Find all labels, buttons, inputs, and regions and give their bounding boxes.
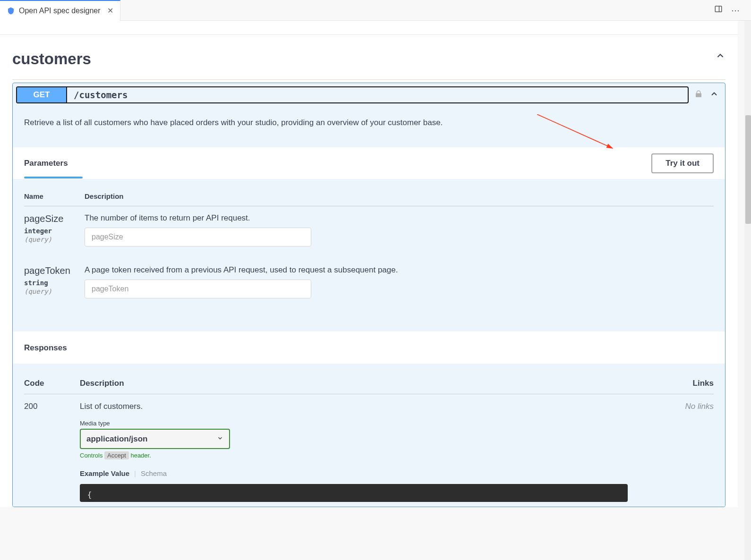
- parameter-type: integer: [24, 227, 85, 235]
- try-it-out-button[interactable]: Try it out: [651, 153, 714, 173]
- parameter-location: (query): [24, 236, 85, 243]
- operation-header-actions: [694, 89, 722, 101]
- tab-parameters[interactable]: Parameters: [24, 159, 68, 168]
- api-icon: [7, 7, 15, 15]
- http-method-badge: GET: [17, 87, 67, 102]
- page-content: customers GET /customers: [0, 21, 738, 507]
- response-example-code: { "data": [: [80, 484, 628, 502]
- split-panel-icon[interactable]: [714, 5, 723, 16]
- response-detail: List of customers. Media type applicatio…: [80, 402, 676, 502]
- parameter-location: (query): [24, 288, 85, 295]
- parameter-row: pageToken string (query) A page token re…: [24, 246, 714, 298]
- column-header-name: Name: [24, 192, 85, 200]
- editor-tab-bar: Open API spec designer ✕ ⋯: [0, 0, 751, 21]
- column-header-description: Description: [85, 192, 714, 200]
- endpoint-path: /customers: [67, 90, 134, 100]
- editor-actions: ⋯: [714, 5, 746, 16]
- parameter-meta: pageSize integer (query): [24, 213, 85, 246]
- accept-chip: Accept: [104, 451, 129, 459]
- operation-header-row: GET /customers: [13, 83, 725, 107]
- media-type-select[interactable]: application/json: [80, 429, 230, 449]
- section-title: customers: [12, 50, 91, 68]
- parameter-type: string: [24, 279, 85, 287]
- chevron-up-icon[interactable]: [709, 89, 719, 101]
- accept-note: Controls Accept header.: [80, 452, 676, 459]
- code-token-brace: {: [87, 491, 92, 499]
- lock-icon[interactable]: [694, 90, 703, 101]
- response-description: List of customers.: [80, 402, 676, 411]
- tab-parameters-label: Parameters: [24, 159, 68, 168]
- editor-tab[interactable]: Open API spec designer ✕: [0, 0, 120, 21]
- section-header[interactable]: customers: [12, 35, 725, 79]
- responses-heading: Responses: [13, 331, 725, 364]
- operation-description: Retrieve a list of all customers who hav…: [13, 107, 725, 147]
- media-type-label: Media type: [80, 420, 676, 427]
- parameters-table-head: Name Description: [24, 192, 714, 206]
- spacer: [0, 21, 738, 35]
- accept-note-right: header.: [130, 452, 151, 459]
- parameter-row: pageSize integer (query) The number of i…: [24, 206, 714, 246]
- more-icon[interactable]: ⋯: [731, 5, 740, 16]
- parameter-name: pageSize: [24, 213, 85, 224]
- column-header-description: Description: [80, 379, 676, 388]
- responses-table-head: Code Description Links: [24, 379, 714, 394]
- scrollbar-thumb[interactable]: [745, 115, 751, 224]
- parameter-description: The number of items to return per API re…: [85, 213, 714, 223]
- chevron-down-icon: [217, 435, 223, 443]
- operation-card: GET /customers Retrieve a list of all cu…: [12, 83, 725, 507]
- parameter-input-pagetoken[interactable]: [85, 280, 311, 298]
- scrollbar-track: [744, 21, 751, 560]
- parameter-input-pagesize[interactable]: [85, 228, 311, 246]
- parameter-detail: A page token received from a previous AP…: [85, 265, 714, 298]
- svg-rect-0: [715, 6, 722, 12]
- media-type-selected: application/json: [86, 434, 147, 444]
- parameter-detail: The number of items to return per API re…: [85, 213, 714, 246]
- response-links: No links: [676, 402, 714, 502]
- example-schema-tabs: Example Value | Schema: [80, 469, 676, 477]
- tab-divider: |: [134, 469, 136, 477]
- column-header-links: Links: [676, 379, 714, 388]
- parameter-meta: pageToken string (query): [24, 265, 85, 298]
- close-icon[interactable]: ✕: [107, 6, 113, 15]
- parameter-name: pageToken: [24, 265, 85, 276]
- code-token-rest: [: [126, 501, 134, 502]
- response-code: 200: [24, 402, 80, 502]
- code-token-key: "data": [96, 501, 121, 502]
- responses-panel: Code Description Links 200 List of custo…: [13, 364, 725, 507]
- response-row: 200 List of customers. Media type applic…: [24, 394, 714, 502]
- accept-note-left: Controls: [80, 452, 102, 459]
- tab-title: Open API spec designer: [19, 7, 101, 15]
- tab-example-value[interactable]: Example Value: [80, 469, 129, 477]
- code-token-colon: :: [121, 501, 126, 502]
- chevron-up-icon[interactable]: [715, 51, 725, 64]
- parameters-panel: Name Description pageSize integer (query…: [13, 179, 725, 331]
- parameters-table: Name Description pageSize integer (query…: [24, 192, 714, 298]
- operation-tabs: Parameters Try it out: [13, 147, 725, 179]
- parameter-description: A page token received from a previous AP…: [85, 265, 714, 275]
- operation-header[interactable]: GET /customers: [16, 86, 689, 103]
- tab-schema[interactable]: Schema: [141, 469, 167, 477]
- tab-active-indicator: [24, 177, 83, 178]
- column-header-code: Code: [24, 379, 80, 388]
